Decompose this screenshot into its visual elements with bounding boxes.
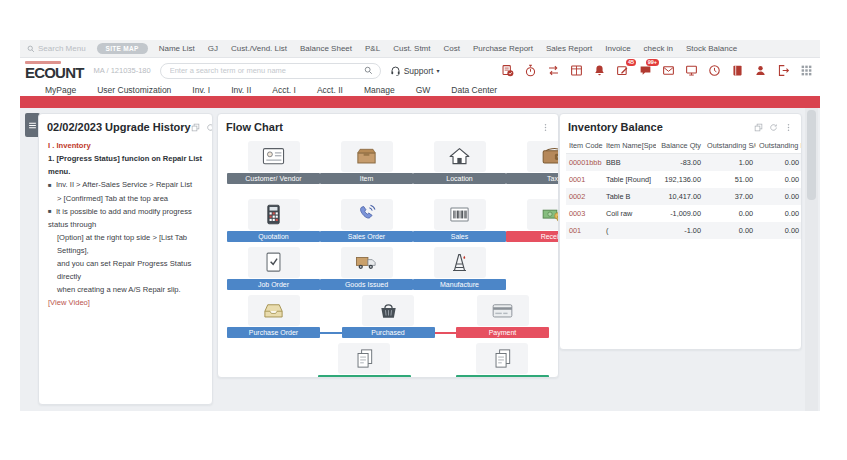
fax-monitor-icon[interactable] — [685, 64, 698, 77]
notification-bell-icon[interactable] — [593, 64, 606, 77]
table-cell: 0.00 — [756, 222, 802, 239]
flow-node-item[interactable]: Item — [320, 141, 413, 184]
inventory-table-wrap: Item CodeItem Name[Spec.]Balance QtyOuts… — [560, 136, 801, 241]
kebab-menu-icon[interactable] — [784, 123, 793, 132]
flow-node-purchased[interactable]: Purchased — [342, 295, 435, 338]
global-search-box[interactable] — [160, 63, 381, 79]
site-map-button[interactable]: SITE MAP — [97, 43, 148, 54]
flow-node-receipt[interactable]: Receipt — [506, 199, 559, 242]
flow-node-location[interactable]: Location — [413, 141, 506, 184]
app-grid-icon[interactable] — [800, 64, 813, 77]
flow-node-sales-order[interactable]: Sales Order — [320, 199, 413, 242]
flow-node-customer-vendor[interactable]: Customer/ Vendor — [227, 141, 320, 184]
vertical-scrollbar[interactable] — [805, 108, 818, 411]
menu-search[interactable]: Search Menu — [27, 44, 86, 53]
ecount-logo[interactable]: ECOUNT — [25, 61, 84, 80]
global-search-input[interactable] — [168, 65, 360, 76]
search-icon[interactable] — [364, 66, 373, 75]
company-code: MA / 121035-180 — [94, 66, 151, 75]
flow-node-label: Tax — [506, 173, 559, 184]
mail-icon[interactable] — [662, 64, 675, 77]
transfer-arrows-icon[interactable] — [547, 64, 560, 77]
nav-item-manage[interactable]: Manage — [364, 85, 395, 95]
sales-icon — [434, 199, 486, 230]
tab-purchase-report[interactable]: Purchase Report — [473, 44, 533, 53]
column-header-item-code[interactable]: Item Code — [566, 138, 603, 154]
tab-cost[interactable]: Cost — [444, 44, 460, 53]
nav-item-data-center[interactable]: Data Center — [451, 85, 497, 95]
nav-item-acct-ii[interactable]: Acct. II — [317, 85, 343, 95]
nav-item-gw[interactable]: GW — [416, 85, 431, 95]
flow-row: Inventory ReportsAccounting Reports — [227, 343, 549, 378]
board-icon[interactable] — [570, 64, 583, 77]
tab-cust-vend-list[interactable]: Cust./Vend. List — [231, 44, 287, 53]
flow-node-label: Job Order — [227, 279, 320, 290]
table-cell: 0.00 — [756, 154, 802, 172]
tab-check-in[interactable]: check in — [644, 44, 673, 53]
nav-item-acct-i[interactable]: Acct. I — [272, 85, 296, 95]
table-cell: 1.00 — [704, 154, 756, 172]
panel-title: Flow Chart — [226, 121, 283, 133]
flow-node-job-order[interactable]: Job Order — [227, 247, 320, 290]
flow-node-quotation[interactable]: Quotation — [227, 199, 320, 242]
tab-invoice[interactable]: Invoice — [605, 44, 630, 53]
tab-p-l[interactable]: P&L — [365, 44, 380, 53]
table-cell: ( — [603, 222, 656, 239]
stopwatch-icon[interactable] — [524, 64, 537, 77]
nav-item-inv-i[interactable]: Inv. I — [192, 85, 210, 95]
nav-item-user-customization[interactable]: User Customization — [97, 85, 171, 95]
report-check-icon[interactable] — [501, 64, 514, 77]
flow-node-label: Quotation — [227, 231, 320, 242]
upgrade-history-body: I . Inventory1. [Progress Status] funcio… — [39, 136, 212, 312]
tab-sales-report[interactable]: Sales Report — [546, 44, 592, 53]
bullet-icon: ■ — [48, 179, 53, 192]
item-code-link[interactable]: 0002 — [566, 188, 603, 205]
ledger-book-icon[interactable] — [731, 64, 744, 77]
column-header-item-name-spec[interactable]: Item Name[Spec.] — [603, 138, 656, 154]
popout-icon[interactable] — [754, 123, 763, 132]
tab-balance-sheet[interactable]: Balance Sheet — [300, 44, 352, 53]
flow-node-purchase-order[interactable]: Purchase Order — [227, 295, 320, 338]
flow-node-manufacture[interactable]: Manufacture — [413, 247, 506, 290]
tab-cust-stmt[interactable]: Cust. Stmt — [393, 44, 430, 53]
tab-stock-balance[interactable]: Stock Balance — [686, 44, 737, 53]
nav-item-inv-ii[interactable]: Inv. II — [231, 85, 251, 95]
nav-item-mypage[interactable]: MyPage — [45, 85, 76, 95]
panel-title: 02/02/2023 Upgrade History — [47, 121, 191, 133]
chat-message-icon[interactable]: 99+ — [639, 64, 652, 77]
flow-node-label: Accounting Reports — [456, 375, 549, 378]
tab-name-list[interactable]: Name List — [159, 44, 195, 53]
column-header-outstanding-p-o[interactable]: Outstanding P/O — [756, 138, 802, 154]
attendance-clock-icon[interactable] — [708, 64, 721, 77]
flow-node-label: Payment — [456, 327, 549, 338]
view-video-link[interactable]: [View Video] — [48, 296, 203, 309]
logout-icon[interactable] — [777, 64, 790, 77]
popout-icon[interactable] — [191, 123, 200, 132]
flow-node-label: Manufacture — [413, 279, 506, 290]
item-code-link[interactable]: 0001 — [566, 171, 603, 188]
kebab-menu-icon[interactable] — [541, 123, 550, 132]
user-profile-icon[interactable] — [754, 64, 767, 77]
table-cell: -1,009.00 — [656, 205, 704, 222]
scrollbar-thumb[interactable] — [807, 110, 816, 200]
item-code-link[interactable]: 001 — [566, 222, 603, 239]
flow-node-label: Purchased — [342, 327, 435, 338]
flow-node-tax[interactable]: Tax — [506, 141, 559, 184]
table-cell: 192,136.00 — [656, 171, 704, 188]
item-code-link[interactable]: 0003 — [566, 205, 603, 222]
item-code-link[interactable]: 00001bbb — [566, 154, 603, 172]
flow-node-payment[interactable]: Payment — [456, 295, 549, 338]
compose-memo-icon[interactable]: 45 — [616, 64, 629, 77]
flow-node-sales[interactable]: Sales — [413, 199, 506, 242]
flow-node-goods-issued[interactable]: Goods Issued — [320, 247, 413, 290]
support-menu[interactable]: Support ▾ — [390, 65, 440, 76]
flow-node-accounting-reports[interactable]: Accounting Reports — [456, 343, 549, 378]
table-row: 0001Table [Round]192,136.0051.000.00 — [566, 171, 802, 188]
flow-node-inventory-reports[interactable]: Inventory Reports — [318, 343, 411, 378]
refresh-icon[interactable] — [206, 123, 213, 132]
chevron-down-icon: ▾ — [436, 67, 439, 74]
column-header-balance-qty[interactable]: Balance Qty — [656, 138, 704, 154]
refresh-icon[interactable] — [769, 123, 778, 132]
column-header-outstanding-s-o[interactable]: Outstanding S/O — [704, 138, 756, 154]
tab-gj[interactable]: GJ — [208, 44, 218, 53]
